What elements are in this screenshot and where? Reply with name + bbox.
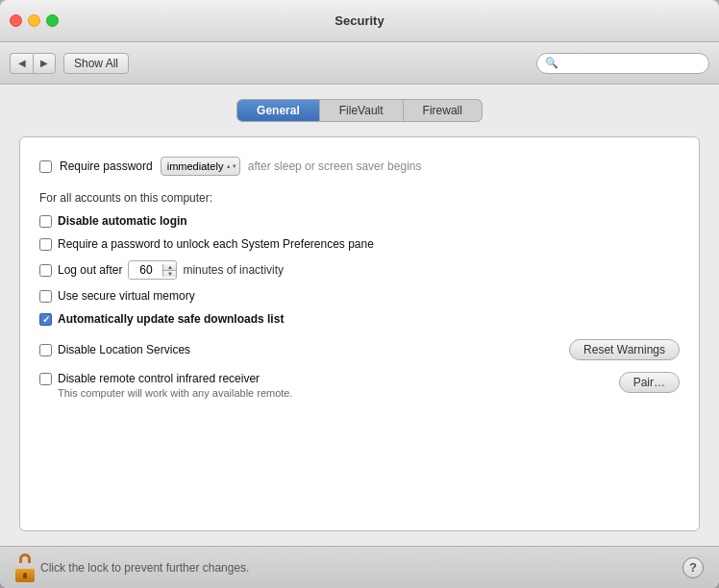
require-unlock-checkbox[interactable] [39,238,52,251]
traffic-lights [10,14,59,27]
forward-button[interactable]: ▶ [33,53,56,74]
tab-filevault[interactable]: FileVault [320,100,404,121]
require-password-row: Require password immediately 5 seconds 1… [39,157,680,176]
titlebar: Security [0,0,719,42]
auto-update-checkbox[interactable] [39,313,52,326]
footer: Click the lock to prevent further change… [0,546,719,588]
help-button[interactable]: ? [682,557,704,578]
secure-memory-checkbox[interactable] [39,290,52,303]
minimize-button[interactable] [28,14,40,27]
require-unlock-label: Require a password to unlock each System… [58,237,374,251]
location-services-label: Disable Location Services [58,343,190,356]
general-panel: Require password immediately 5 seconds 1… [19,136,700,531]
auto-update-label: Automatically update safe downloads list [58,312,284,326]
auto-update-row: Automatically update safe downloads list [39,312,680,326]
window: Security ◀ ▶ Show All 🔍 General FileVaul… [0,0,719,588]
remote-checkbox-row: Disable remote control infrared receiver [39,372,619,385]
disable-login-label: Disable automatic login [58,214,187,228]
disable-login-row: Disable automatic login [39,214,680,228]
require-unlock-row: Require a password to unlock each System… [39,237,680,251]
window-title: Security [335,13,384,28]
location-checkbox-row: Disable Location Services [39,343,190,356]
remote-left: Disable remote control infrared receiver… [39,372,619,399]
search-input[interactable] [562,57,701,70]
logout-label: Log out after [58,263,122,277]
pair-button[interactable]: Pair… [619,372,680,393]
minutes-input-wrapper: ▲ ▼ [128,260,177,280]
location-services-row: Disable Location Services Reset Warnings [39,339,680,360]
close-button[interactable] [10,14,22,27]
remote-control-section: Disable remote control infrared receiver… [39,372,680,399]
password-timing-dropdown[interactable]: immediately 5 seconds 1 minute 5 minutes… [161,157,240,176]
remote-control-checkbox[interactable] [39,373,52,385]
require-password-checkbox[interactable] [39,160,52,173]
remote-control-label: Disable remote control infrared receiver [58,372,260,385]
after-sleep-label: after sleep or screen saver begins [248,159,422,173]
settings-items: Disable automatic login Require a passwo… [39,214,680,326]
maximize-button[interactable] [46,14,59,27]
disable-login-checkbox[interactable] [39,215,52,228]
minutes-input[interactable] [129,260,162,280]
search-box: 🔍 [536,53,709,74]
accounts-label: For all accounts on this computer: [39,191,680,205]
secure-memory-label: Use secure virtual memory [58,289,195,303]
tabs: General FileVault Firewall [236,99,483,122]
location-services-checkbox[interactable] [39,344,52,356]
immediately-dropdown-wrapper: immediately 5 seconds 1 minute 5 minutes… [161,157,240,176]
tabs-container: General FileVault Firewall [19,99,700,122]
require-password-label: Require password [60,159,153,173]
show-all-button[interactable]: Show All [63,53,129,74]
lock-icon[interactable] [15,553,40,582]
lock-text: Click the lock to prevent further change… [40,561,249,575]
logout-checkbox[interactable] [39,264,52,277]
back-button[interactable]: ◀ [10,53,33,74]
reset-warnings-button[interactable]: Reset Warnings [569,339,680,360]
tab-general[interactable]: General [237,100,320,121]
secure-memory-row: Use secure virtual memory [39,289,680,303]
tab-firewall[interactable]: Firewall [404,100,482,121]
remote-subtext: This computer will work with any availab… [39,387,619,399]
search-icon: 🔍 [545,57,558,69]
main-content: General FileVault Firewall Require passw… [0,85,719,546]
stepper-up[interactable]: ▲ [163,264,176,271]
remote-pair-row: Disable remote control infrared receiver… [39,372,680,399]
toolbar: ◀ ▶ Show All 🔍 [0,42,719,85]
logout-after-row: Log out after ▲ ▼ minutes of inactivity [39,260,680,280]
nav-buttons: ◀ ▶ [10,53,56,74]
minutes-label: minutes of inactivity [183,263,284,277]
minutes-stepper: ▲ ▼ [162,264,176,277]
stepper-down[interactable]: ▼ [163,271,176,277]
